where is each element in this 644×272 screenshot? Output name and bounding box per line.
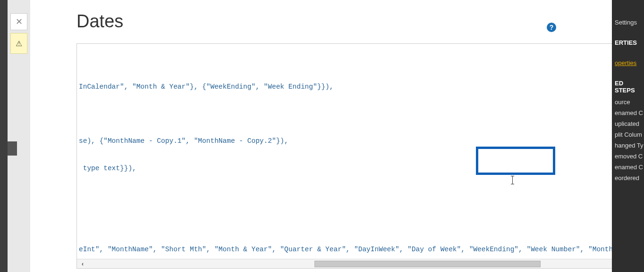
help-icon[interactable]: ? bbox=[547, 23, 556, 32]
horizontal-scrollbar[interactable]: ‹ › bbox=[77, 259, 626, 268]
main-panel: Dates ? InCalendar", "Month & Year"}, {"… bbox=[30, 0, 612, 272]
scroll-track[interactable] bbox=[88, 261, 614, 267]
settings-tab[interactable]: Settings bbox=[612, 17, 644, 28]
all-properties-link[interactable]: operties bbox=[612, 58, 644, 68]
applied-step[interactable]: enamed C bbox=[612, 162, 644, 173]
tab-indicator bbox=[8, 141, 17, 156]
left-dark-strip bbox=[0, 0, 8, 272]
applied-step[interactable]: emoved C bbox=[612, 151, 644, 162]
close-button[interactable]: ✕ bbox=[10, 13, 27, 30]
applied-step[interactable]: eordered bbox=[612, 173, 644, 183]
code-line[interactable]: InCalendar", "Month & Year"}, {"WeekEndi… bbox=[77, 82, 626, 91]
applied-step[interactable]: ource bbox=[612, 97, 644, 107]
advanced-editor[interactable]: InCalendar", "Month & Year"}, {"WeekEndi… bbox=[76, 43, 626, 269]
warning-icon: ⚠ bbox=[10, 33, 27, 54]
applied-step[interactable]: uplicated bbox=[612, 118, 644, 129]
scroll-left-arrow[interactable]: ‹ bbox=[77, 259, 88, 269]
page-title: Dates bbox=[76, 11, 123, 32]
right-panel: Settings ERTIES operties ED STEPS ource … bbox=[612, 0, 644, 272]
applied-step[interactable]: enamed C bbox=[612, 107, 644, 118]
properties-header: ERTIES bbox=[612, 36, 644, 49]
applied-step[interactable]: hanged Ty bbox=[612, 140, 644, 151]
editor-content[interactable]: InCalendar", "Month & Year"}, {"WeekEndi… bbox=[77, 44, 626, 269]
code-line[interactable]: eInt", "MonthName", "Short Mth", "Month … bbox=[77, 245, 626, 253]
applied-step[interactable]: plit Colum bbox=[612, 129, 644, 140]
applied-steps-header: ED STEPS bbox=[612, 77, 644, 97]
text-cursor bbox=[512, 176, 513, 184]
code-line[interactable]: type text}}), bbox=[77, 164, 626, 172]
code-line[interactable]: se), {"MonthName - Copy.1", "MonthName -… bbox=[77, 136, 626, 145]
scroll-thumb[interactable] bbox=[314, 261, 541, 267]
